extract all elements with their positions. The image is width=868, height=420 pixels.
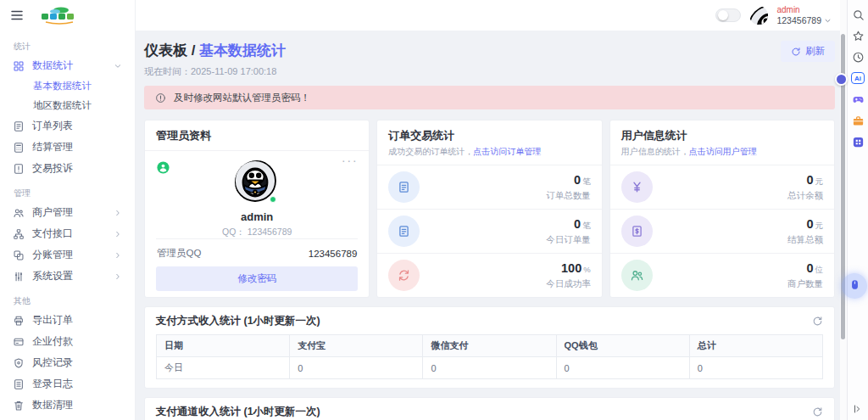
stat-unit: % <box>583 265 590 274</box>
table-cell: 0 <box>423 357 556 379</box>
split-account-icon <box>13 249 25 261</box>
sidebar-item-label: 数据清理 <box>32 398 73 412</box>
income-table: 日期支付宝微信支付QQ钱包总计今日0000 <box>156 334 823 379</box>
stat-label: 总计余额 <box>787 190 823 202</box>
change-password-button[interactable]: 修改密码 <box>156 266 358 291</box>
refresh-icon <box>791 47 801 57</box>
search-icon[interactable] <box>851 8 865 21</box>
brand-logo[interactable] <box>36 5 83 25</box>
sidebar-item-label: 交易投诉 <box>32 161 73 176</box>
table-header-cell: 总计 <box>689 335 822 357</box>
stat-label: 今日订单量 <box>546 234 591 246</box>
table-header-cell: QQ钱包 <box>556 335 689 357</box>
sidebar-item-risk-records[interactable]: 风控记录 <box>0 352 135 373</box>
stat-value: 0 <box>574 217 581 231</box>
table-card-payment-channel-income: 支付通道收入统计 (1小时更新一次)日期总计 <box>144 397 835 420</box>
sidebar-item-export-orders[interactable]: 导出订单 <box>0 310 135 331</box>
stat-row-merchant-count: 0位商户数量 <box>610 253 834 297</box>
apps-icon[interactable] <box>851 135 865 148</box>
more-button[interactable]: ··· <box>342 154 359 166</box>
chevron-down-icon <box>824 17 832 25</box>
favorites-icon[interactable] <box>851 29 865 42</box>
floating-mouse-widget[interactable] <box>842 273 867 299</box>
menu-collapse-button[interactable] <box>9 8 25 23</box>
sidebar-item-data-stats[interactable]: 数据统计 <box>0 55 135 76</box>
breadcrumb-current[interactable]: 基本数据统计 <box>199 42 286 59</box>
grid-icon <box>13 60 25 72</box>
floating-extension-badge[interactable] <box>835 73 848 86</box>
page-title: 仪表板 / 基本数据统计 <box>144 41 286 60</box>
order-stats-card: 订单交易统计 成功交易的订单统计，点击访问订单管理 0笔订单总数量0笔今日订单量… <box>376 120 602 298</box>
table-refresh-icon[interactable] <box>812 406 823 417</box>
table-header-cell: 支付宝 <box>290 335 423 357</box>
sidebar-item-login-logs[interactable]: 登录日志 <box>0 373 135 395</box>
stat-label: 订单总数量 <box>546 190 591 202</box>
sidebar-item-complaints[interactable]: 交易投诉 <box>0 158 135 179</box>
admin-qq-row: 管理员QQ 123456789 <box>156 238 358 266</box>
card-title: 管理员资料 <box>156 128 358 143</box>
toggle-knob <box>718 10 728 20</box>
stat-unit: 笔 <box>582 221 591 230</box>
sidebar-item-data-cleanup[interactable]: 数据清理 <box>0 395 135 416</box>
sidebar-item-label: 登录日志 <box>32 377 73 391</box>
balance-icon <box>621 171 653 203</box>
user-avatar[interactable] <box>749 6 768 25</box>
order-management-link[interactable]: 点击访问订单管理 <box>473 147 541 156</box>
profile-qq: QQ： 123456789 <box>156 227 358 238</box>
table-title: 支付通道收入统计 (1小时更新一次) <box>156 405 320 419</box>
sidebar-item-label: 订单列表 <box>32 119 73 133</box>
sidebar-item-label: 系统设置 <box>32 269 73 283</box>
sidebar-menu: 统计数据统计基本数据统计地区数据统计订单列表结算管理交易投诉管理商户管理支付接口… <box>0 31 135 420</box>
mouse-icon <box>849 278 861 294</box>
stat-unit: 笔 <box>582 176 591 186</box>
ai-assistant-icon[interactable]: Ai <box>851 71 865 85</box>
sidebar-item-enterprise-payment[interactable]: 企业付款 <box>0 331 135 352</box>
sidebar-item-label: 商户管理 <box>32 205 73 220</box>
sidebar-item-payment-api[interactable]: 支付接口 <box>0 223 135 244</box>
user-menu[interactable]: admin 123456789 <box>776 5 832 26</box>
toolbox-icon[interactable] <box>851 114 865 127</box>
info-icon <box>155 92 166 104</box>
sidebar-top <box>0 0 135 31</box>
stat-value: 0 <box>806 173 813 187</box>
refresh-button[interactable]: 刷新 <box>781 41 835 62</box>
table-header-cell: 微信支付 <box>423 335 556 357</box>
sidebar-item-label: 企业付款 <box>32 334 73 349</box>
stat-unit: 元 <box>815 176 823 186</box>
user-management-link[interactable]: 点击访问用户管理 <box>689 147 757 156</box>
sidebar-item-label: 支付接口 <box>32 227 73 241</box>
login-log-icon <box>13 378 25 390</box>
card-subtitle: 成功交易的订单统计，点击访问订单管理 <box>388 146 590 158</box>
panel-expand-icon[interactable] <box>853 404 863 414</box>
stat-unit: 位 <box>815 265 823 274</box>
sidebar-item-basic-data-stats[interactable]: 基本数据统计 <box>0 76 135 96</box>
profile-avatar[interactable] <box>235 160 279 204</box>
admin-badge-icon <box>156 160 170 175</box>
sidebar-section-label: 管理 <box>0 179 135 202</box>
sidebar-item-merchants[interactable]: 商户管理 <box>0 202 135 223</box>
table-row: 今日0000 <box>157 357 823 379</box>
table-cell: 0 <box>290 357 423 379</box>
card-subtitle: 用户信息的统计，点击访问用户管理 <box>621 146 823 158</box>
sidebar-item-order-list[interactable]: 订单列表 <box>0 115 135 137</box>
history-icon[interactable] <box>851 50 865 64</box>
alert-banner: 及时修改网站默认管理员密码！ <box>144 86 835 109</box>
sidebar-item-region-data-stats[interactable]: 地区数据统计 <box>0 96 135 115</box>
table-refresh-icon[interactable] <box>812 316 823 327</box>
table-header-cell: 日期 <box>157 335 290 357</box>
sidebar-item-split-accounts[interactable]: 分账管理 <box>0 244 135 266</box>
sidebar-item-label: 数据统计 <box>32 59 73 73</box>
complaint-icon <box>13 163 25 175</box>
topbar: admin 123456789 <box>136 0 840 31</box>
stat-row-order-total: 0笔订单总数量 <box>377 165 601 209</box>
sidebar-item-label: 结算管理 <box>32 140 73 154</box>
games-icon[interactable] <box>851 92 865 106</box>
sidebar-item-system-settings[interactable]: 系统设置 <box>0 266 135 287</box>
sidebar-section-label: 统计 <box>0 32 135 55</box>
sidebar-item-settlement[interactable]: 结算管理 <box>0 137 135 158</box>
table-cell: 0 <box>689 357 822 379</box>
page-scrollbar[interactable] <box>840 0 847 420</box>
theme-toggle[interactable] <box>715 8 741 22</box>
stat-value: 0 <box>806 217 813 231</box>
stat-row-total-balance: 0元总计余额 <box>610 165 834 209</box>
